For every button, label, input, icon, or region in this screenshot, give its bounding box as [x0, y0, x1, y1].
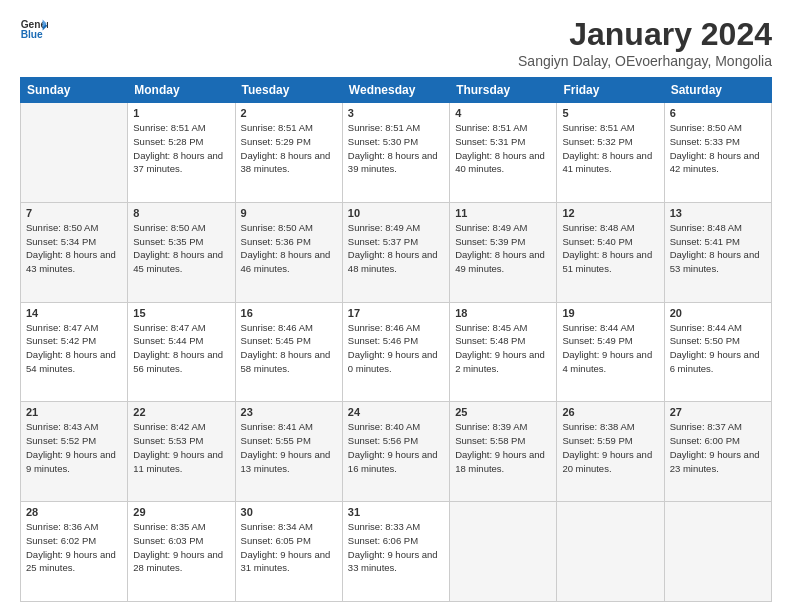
calendar-cell: 7Sunrise: 8:50 AMSunset: 5:34 PMDaylight… — [21, 202, 128, 302]
calendar-cell: 21Sunrise: 8:43 AMSunset: 5:52 PMDayligh… — [21, 402, 128, 502]
day-number: 14 — [26, 307, 122, 319]
week-row-5: 28Sunrise: 8:36 AMSunset: 6:02 PMDayligh… — [21, 502, 772, 602]
header-monday: Monday — [128, 78, 235, 103]
calendar-page: General Blue January 2024 Sangiyn Dalay,… — [0, 0, 792, 612]
day-number: 17 — [348, 307, 444, 319]
calendar-cell: 20Sunrise: 8:44 AMSunset: 5:50 PMDayligh… — [664, 302, 771, 402]
day-info: Sunrise: 8:40 AMSunset: 5:56 PMDaylight:… — [348, 420, 444, 475]
week-row-2: 7Sunrise: 8:50 AMSunset: 5:34 PMDaylight… — [21, 202, 772, 302]
day-number: 2 — [241, 107, 337, 119]
day-info: Sunrise: 8:50 AMSunset: 5:34 PMDaylight:… — [26, 221, 122, 276]
day-info: Sunrise: 8:50 AMSunset: 5:35 PMDaylight:… — [133, 221, 229, 276]
day-info: Sunrise: 8:48 AMSunset: 5:40 PMDaylight:… — [562, 221, 658, 276]
calendar-cell: 29Sunrise: 8:35 AMSunset: 6:03 PMDayligh… — [128, 502, 235, 602]
day-number: 28 — [26, 506, 122, 518]
day-info: Sunrise: 8:51 AMSunset: 5:31 PMDaylight:… — [455, 121, 551, 176]
calendar-cell — [557, 502, 664, 602]
day-number: 4 — [455, 107, 551, 119]
calendar-cell — [21, 103, 128, 203]
calendar-cell: 17Sunrise: 8:46 AMSunset: 5:46 PMDayligh… — [342, 302, 449, 402]
calendar-cell: 13Sunrise: 8:48 AMSunset: 5:41 PMDayligh… — [664, 202, 771, 302]
day-number: 15 — [133, 307, 229, 319]
calendar-cell: 12Sunrise: 8:48 AMSunset: 5:40 PMDayligh… — [557, 202, 664, 302]
day-info: Sunrise: 8:50 AMSunset: 5:33 PMDaylight:… — [670, 121, 766, 176]
location: Sangiyn Dalay, OEvoerhangay, Mongolia — [518, 53, 772, 69]
calendar-cell: 22Sunrise: 8:42 AMSunset: 5:53 PMDayligh… — [128, 402, 235, 502]
day-number: 25 — [455, 406, 551, 418]
day-info: Sunrise: 8:50 AMSunset: 5:36 PMDaylight:… — [241, 221, 337, 276]
day-info: Sunrise: 8:36 AMSunset: 6:02 PMDaylight:… — [26, 520, 122, 575]
day-number: 10 — [348, 207, 444, 219]
header: General Blue January 2024 Sangiyn Dalay,… — [20, 18, 772, 69]
day-info: Sunrise: 8:48 AMSunset: 5:41 PMDaylight:… — [670, 221, 766, 276]
calendar-cell: 18Sunrise: 8:45 AMSunset: 5:48 PMDayligh… — [450, 302, 557, 402]
calendar-cell: 6Sunrise: 8:50 AMSunset: 5:33 PMDaylight… — [664, 103, 771, 203]
header-friday: Friday — [557, 78, 664, 103]
calendar-cell: 1Sunrise: 8:51 AMSunset: 5:28 PMDaylight… — [128, 103, 235, 203]
day-info: Sunrise: 8:37 AMSunset: 6:00 PMDaylight:… — [670, 420, 766, 475]
day-number: 7 — [26, 207, 122, 219]
day-info: Sunrise: 8:34 AMSunset: 6:05 PMDaylight:… — [241, 520, 337, 575]
day-info: Sunrise: 8:35 AMSunset: 6:03 PMDaylight:… — [133, 520, 229, 575]
day-info: Sunrise: 8:47 AMSunset: 5:42 PMDaylight:… — [26, 321, 122, 376]
day-info: Sunrise: 8:51 AMSunset: 5:32 PMDaylight:… — [562, 121, 658, 176]
calendar-cell — [450, 502, 557, 602]
week-row-3: 14Sunrise: 8:47 AMSunset: 5:42 PMDayligh… — [21, 302, 772, 402]
day-number: 18 — [455, 307, 551, 319]
day-info: Sunrise: 8:51 AMSunset: 5:28 PMDaylight:… — [133, 121, 229, 176]
day-number: 27 — [670, 406, 766, 418]
header-thursday: Thursday — [450, 78, 557, 103]
title-area: January 2024 Sangiyn Dalay, OEvoerhangay… — [518, 18, 772, 69]
day-number: 26 — [562, 406, 658, 418]
day-number: 22 — [133, 406, 229, 418]
day-number: 23 — [241, 406, 337, 418]
day-info: Sunrise: 8:39 AMSunset: 5:58 PMDaylight:… — [455, 420, 551, 475]
logo: General Blue — [20, 18, 48, 40]
header-sunday: Sunday — [21, 78, 128, 103]
day-info: Sunrise: 8:46 AMSunset: 5:45 PMDaylight:… — [241, 321, 337, 376]
calendar-cell: 26Sunrise: 8:38 AMSunset: 5:59 PMDayligh… — [557, 402, 664, 502]
day-number: 31 — [348, 506, 444, 518]
day-info: Sunrise: 8:51 AMSunset: 5:30 PMDaylight:… — [348, 121, 444, 176]
day-info: Sunrise: 8:47 AMSunset: 5:44 PMDaylight:… — [133, 321, 229, 376]
day-number: 20 — [670, 307, 766, 319]
month-title: January 2024 — [518, 18, 772, 50]
day-info: Sunrise: 8:38 AMSunset: 5:59 PMDaylight:… — [562, 420, 658, 475]
day-number: 16 — [241, 307, 337, 319]
day-number: 29 — [133, 506, 229, 518]
day-info: Sunrise: 8:33 AMSunset: 6:06 PMDaylight:… — [348, 520, 444, 575]
calendar-cell: 28Sunrise: 8:36 AMSunset: 6:02 PMDayligh… — [21, 502, 128, 602]
header-wednesday: Wednesday — [342, 78, 449, 103]
calendar-cell: 2Sunrise: 8:51 AMSunset: 5:29 PMDaylight… — [235, 103, 342, 203]
calendar-cell: 31Sunrise: 8:33 AMSunset: 6:06 PMDayligh… — [342, 502, 449, 602]
day-number: 30 — [241, 506, 337, 518]
day-number: 9 — [241, 207, 337, 219]
week-row-4: 21Sunrise: 8:43 AMSunset: 5:52 PMDayligh… — [21, 402, 772, 502]
day-info: Sunrise: 8:43 AMSunset: 5:52 PMDaylight:… — [26, 420, 122, 475]
calendar-cell: 25Sunrise: 8:39 AMSunset: 5:58 PMDayligh… — [450, 402, 557, 502]
calendar-cell: 8Sunrise: 8:50 AMSunset: 5:35 PMDaylight… — [128, 202, 235, 302]
day-info: Sunrise: 8:46 AMSunset: 5:46 PMDaylight:… — [348, 321, 444, 376]
day-number: 24 — [348, 406, 444, 418]
logo-icon: General Blue — [20, 18, 48, 40]
day-info: Sunrise: 8:44 AMSunset: 5:49 PMDaylight:… — [562, 321, 658, 376]
header-tuesday: Tuesday — [235, 78, 342, 103]
calendar-cell: 4Sunrise: 8:51 AMSunset: 5:31 PMDaylight… — [450, 103, 557, 203]
header-row: SundayMondayTuesdayWednesdayThursdayFrid… — [21, 78, 772, 103]
day-info: Sunrise: 8:49 AMSunset: 5:37 PMDaylight:… — [348, 221, 444, 276]
calendar-cell: 11Sunrise: 8:49 AMSunset: 5:39 PMDayligh… — [450, 202, 557, 302]
calendar-cell: 15Sunrise: 8:47 AMSunset: 5:44 PMDayligh… — [128, 302, 235, 402]
day-info: Sunrise: 8:44 AMSunset: 5:50 PMDaylight:… — [670, 321, 766, 376]
day-number: 3 — [348, 107, 444, 119]
calendar-table: SundayMondayTuesdayWednesdayThursdayFrid… — [20, 77, 772, 602]
calendar-cell: 19Sunrise: 8:44 AMSunset: 5:49 PMDayligh… — [557, 302, 664, 402]
calendar-cell: 24Sunrise: 8:40 AMSunset: 5:56 PMDayligh… — [342, 402, 449, 502]
day-number: 12 — [562, 207, 658, 219]
week-row-1: 1Sunrise: 8:51 AMSunset: 5:28 PMDaylight… — [21, 103, 772, 203]
calendar-cell: 14Sunrise: 8:47 AMSunset: 5:42 PMDayligh… — [21, 302, 128, 402]
day-number: 19 — [562, 307, 658, 319]
day-info: Sunrise: 8:45 AMSunset: 5:48 PMDaylight:… — [455, 321, 551, 376]
calendar-cell: 16Sunrise: 8:46 AMSunset: 5:45 PMDayligh… — [235, 302, 342, 402]
day-number: 13 — [670, 207, 766, 219]
day-info: Sunrise: 8:41 AMSunset: 5:55 PMDaylight:… — [241, 420, 337, 475]
